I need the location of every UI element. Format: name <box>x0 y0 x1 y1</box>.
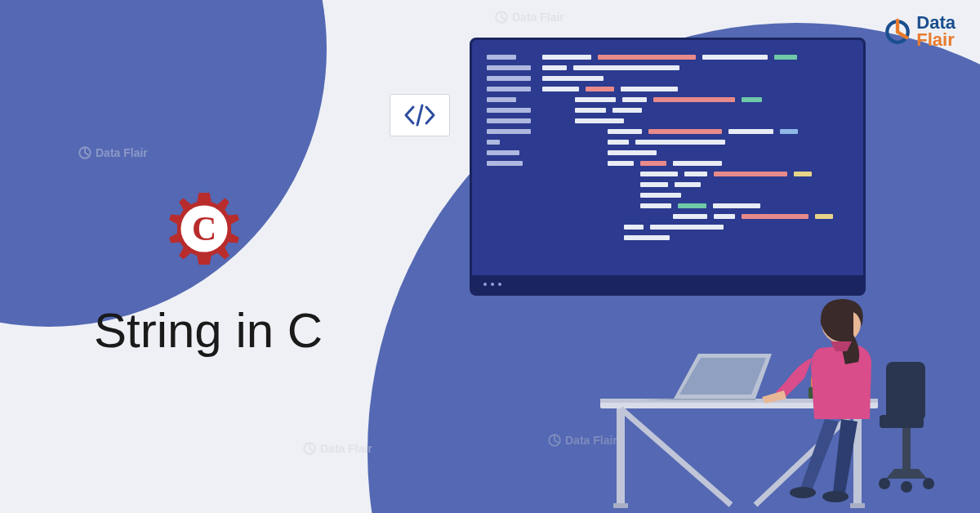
watermark-text: Data Flair <box>320 442 372 455</box>
code-brackets-icon <box>403 104 436 127</box>
watermark-logo: Data Flair <box>302 441 372 456</box>
code-editor-window <box>470 38 866 296</box>
programmer-at-desk-icon <box>568 276 960 513</box>
brand-logo: Data Flair <box>884 15 956 49</box>
svg-rect-11 <box>850 503 865 508</box>
status-dot <box>491 283 494 286</box>
svg-rect-10 <box>613 503 628 508</box>
watermark-text: Data Flair <box>96 146 148 159</box>
code-body <box>542 55 849 240</box>
watermark-logo: Data Flair <box>78 145 148 160</box>
brand-logo-text: Data Flair <box>916 15 956 49</box>
status-dot <box>483 283 487 286</box>
svg-rect-8 <box>617 408 625 505</box>
c-gear-emblem: C <box>159 184 249 274</box>
svg-point-22 <box>822 491 849 502</box>
watermark-icon <box>302 441 317 456</box>
code-content <box>487 55 849 240</box>
svg-point-21 <box>790 487 816 498</box>
svg-point-20 <box>923 478 934 489</box>
page-title: String in C <box>94 302 323 359</box>
gear-icon: C <box>159 184 249 274</box>
svg-rect-16 <box>880 415 924 428</box>
programmer-illustration <box>568 276 960 513</box>
svg-rect-17 <box>902 428 911 469</box>
gear-letter: C <box>192 210 216 248</box>
svg-point-19 <box>901 481 912 493</box>
watermark-icon <box>494 10 509 25</box>
code-line-numbers <box>487 55 531 240</box>
watermark-icon <box>547 433 562 448</box>
watermark-text: Data Flair <box>512 11 564 24</box>
watermark-logo: Data Flair <box>494 10 564 25</box>
watermark-icon <box>78 145 92 160</box>
brand-logo-text-bottom: Flair <box>916 32 956 49</box>
brand-logo-icon <box>884 18 911 46</box>
banner-container: Data Flair Data Flair Data Flair Data Fl… <box>0 0 980 513</box>
svg-rect-15 <box>886 362 925 421</box>
status-dot <box>498 283 501 286</box>
svg-point-18 <box>879 478 890 489</box>
code-tag-badge <box>390 94 450 136</box>
